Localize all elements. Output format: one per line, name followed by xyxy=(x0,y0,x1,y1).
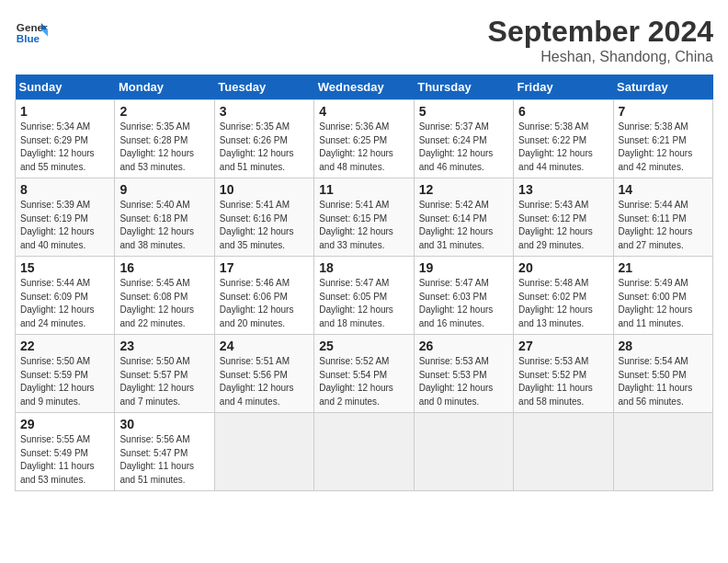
table-row: 3 Sunrise: 5:35 AMSunset: 6:26 PMDayligh… xyxy=(214,100,313,178)
day-info: Sunrise: 5:47 AMSunset: 6:03 PMDaylight:… xyxy=(419,277,508,330)
day-number: 9 xyxy=(119,182,209,197)
day-number: 21 xyxy=(619,260,708,275)
day-info: Sunrise: 5:39 AMSunset: 6:19 PMDaylight:… xyxy=(20,199,109,252)
day-number: 6 xyxy=(518,104,608,119)
day-info: Sunrise: 5:36 AMSunset: 6:25 PMDaylight:… xyxy=(319,121,408,174)
table-row: 21 Sunrise: 5:49 AMSunset: 6:00 PMDaylig… xyxy=(613,257,712,335)
day-number: 1 xyxy=(20,104,109,119)
day-info: Sunrise: 5:46 AMSunset: 6:06 PMDaylight:… xyxy=(220,277,309,330)
table-row xyxy=(214,413,313,491)
calendar-week-row: 22 Sunrise: 5:50 AMSunset: 5:59 PMDaylig… xyxy=(16,335,713,413)
table-row: 5 Sunrise: 5:37 AMSunset: 6:24 PMDayligh… xyxy=(414,100,513,178)
table-row: 29 Sunrise: 5:55 AMSunset: 5:49 PMDaylig… xyxy=(16,413,115,491)
calendar-week-row: 15 Sunrise: 5:44 AMSunset: 6:09 PMDaylig… xyxy=(16,257,713,335)
page-header: General Blue September 2024 Heshan, Shan… xyxy=(15,15,713,65)
table-row: 30 Sunrise: 5:56 AMSunset: 5:47 PMDaylig… xyxy=(115,413,214,491)
table-row: 27 Sunrise: 5:53 AMSunset: 5:52 PMDaylig… xyxy=(514,335,613,413)
day-info: Sunrise: 5:45 AMSunset: 6:08 PMDaylight:… xyxy=(119,277,209,330)
table-row: 14 Sunrise: 5:44 AMSunset: 6:11 PMDaylig… xyxy=(613,178,712,257)
day-info: Sunrise: 5:53 AMSunset: 5:53 PMDaylight:… xyxy=(419,355,508,408)
day-info: Sunrise: 5:35 AMSunset: 6:26 PMDaylight:… xyxy=(220,121,309,174)
day-number: 28 xyxy=(619,339,708,353)
day-number: 26 xyxy=(419,339,508,353)
table-row: 7 Sunrise: 5:38 AMSunset: 6:21 PMDayligh… xyxy=(613,100,712,178)
day-number: 8 xyxy=(20,182,109,197)
day-info: Sunrise: 5:51 AMSunset: 5:56 PMDaylight:… xyxy=(220,355,309,408)
table-row: 2 Sunrise: 5:35 AMSunset: 6:28 PMDayligh… xyxy=(115,100,214,178)
day-number: 18 xyxy=(319,260,408,275)
day-number: 14 xyxy=(619,182,708,197)
table-row: 4 Sunrise: 5:36 AMSunset: 6:25 PMDayligh… xyxy=(314,100,414,178)
day-info: Sunrise: 5:49 AMSunset: 6:00 PMDaylight:… xyxy=(619,277,708,330)
header-tuesday: Tuesday xyxy=(214,75,313,100)
day-number: 23 xyxy=(119,339,209,353)
day-number: 25 xyxy=(319,339,408,353)
day-number: 7 xyxy=(619,104,708,119)
day-number: 4 xyxy=(319,104,408,119)
table-row: 25 Sunrise: 5:52 AMSunset: 5:54 PMDaylig… xyxy=(314,335,414,413)
table-row: 10 Sunrise: 5:41 AMSunset: 6:16 PMDaylig… xyxy=(214,178,313,257)
day-info: Sunrise: 5:48 AMSunset: 6:02 PMDaylight:… xyxy=(518,277,608,330)
day-number: 22 xyxy=(20,339,109,353)
day-info: Sunrise: 5:56 AMSunset: 5:47 PMDaylight:… xyxy=(119,433,209,487)
title-block: September 2024 Heshan, Shandong, China xyxy=(488,15,713,65)
logo: General Blue xyxy=(15,15,48,48)
header-thursday: Thursday xyxy=(414,75,513,100)
table-row: 22 Sunrise: 5:50 AMSunset: 5:59 PMDaylig… xyxy=(16,335,115,413)
table-row xyxy=(414,413,513,491)
day-info: Sunrise: 5:44 AMSunset: 6:11 PMDaylight:… xyxy=(619,199,708,252)
table-row: 15 Sunrise: 5:44 AMSunset: 6:09 PMDaylig… xyxy=(16,257,115,335)
day-number: 3 xyxy=(220,104,309,119)
day-info: Sunrise: 5:41 AMSunset: 6:15 PMDaylight:… xyxy=(319,199,408,252)
day-number: 19 xyxy=(419,260,508,275)
table-row: 9 Sunrise: 5:40 AMSunset: 6:18 PMDayligh… xyxy=(115,178,214,257)
day-info: Sunrise: 5:37 AMSunset: 6:24 PMDaylight:… xyxy=(419,121,508,174)
month-year-title: September 2024 xyxy=(488,15,713,49)
day-number: 29 xyxy=(20,417,109,431)
table-row: 28 Sunrise: 5:54 AMSunset: 5:50 PMDaylig… xyxy=(613,335,712,413)
table-row: 6 Sunrise: 5:38 AMSunset: 6:22 PMDayligh… xyxy=(514,100,613,178)
day-info: Sunrise: 5:34 AMSunset: 6:29 PMDaylight:… xyxy=(20,121,109,174)
calendar-week-row: 8 Sunrise: 5:39 AMSunset: 6:19 PMDayligh… xyxy=(16,178,713,257)
table-row: 26 Sunrise: 5:53 AMSunset: 5:53 PMDaylig… xyxy=(414,335,513,413)
day-number: 11 xyxy=(319,182,408,197)
day-number: 12 xyxy=(419,182,508,197)
header-wednesday: Wednesday xyxy=(314,75,414,100)
table-row: 23 Sunrise: 5:50 AMSunset: 5:57 PMDaylig… xyxy=(115,335,214,413)
day-info: Sunrise: 5:38 AMSunset: 6:22 PMDaylight:… xyxy=(518,121,608,174)
day-info: Sunrise: 5:43 AMSunset: 6:12 PMDaylight:… xyxy=(518,199,608,252)
day-info: Sunrise: 5:44 AMSunset: 6:09 PMDaylight:… xyxy=(20,277,109,330)
day-number: 27 xyxy=(518,339,608,353)
day-number: 16 xyxy=(119,260,209,275)
table-row xyxy=(613,413,712,491)
table-row: 19 Sunrise: 5:47 AMSunset: 6:03 PMDaylig… xyxy=(414,257,513,335)
header-friday: Friday xyxy=(514,75,613,100)
day-number: 24 xyxy=(220,339,309,353)
day-number: 15 xyxy=(20,260,109,275)
calendar-body: 1 Sunrise: 5:34 AMSunset: 6:29 PMDayligh… xyxy=(16,100,713,491)
day-number: 10 xyxy=(220,182,309,197)
table-row: 11 Sunrise: 5:41 AMSunset: 6:15 PMDaylig… xyxy=(314,178,414,257)
table-row: 17 Sunrise: 5:46 AMSunset: 6:06 PMDaylig… xyxy=(214,257,313,335)
day-number: 5 xyxy=(419,104,508,119)
svg-text:Blue: Blue xyxy=(17,32,40,44)
location-subtitle: Heshan, Shandong, China xyxy=(488,49,713,65)
calendar-table: Sunday Monday Tuesday Wednesday Thursday… xyxy=(15,75,713,491)
table-row xyxy=(314,413,414,491)
day-number: 13 xyxy=(518,182,608,197)
day-info: Sunrise: 5:50 AMSunset: 5:59 PMDaylight:… xyxy=(20,355,109,408)
day-number: 30 xyxy=(119,417,209,431)
day-info: Sunrise: 5:47 AMSunset: 6:05 PMDaylight:… xyxy=(319,277,408,330)
day-info: Sunrise: 5:42 AMSunset: 6:14 PMDaylight:… xyxy=(419,199,508,252)
table-row: 20 Sunrise: 5:48 AMSunset: 6:02 PMDaylig… xyxy=(514,257,613,335)
day-info: Sunrise: 5:50 AMSunset: 5:57 PMDaylight:… xyxy=(119,355,209,408)
day-info: Sunrise: 5:53 AMSunset: 5:52 PMDaylight:… xyxy=(518,355,608,408)
day-info: Sunrise: 5:38 AMSunset: 6:21 PMDaylight:… xyxy=(619,121,708,174)
header-saturday: Saturday xyxy=(613,75,712,100)
table-row xyxy=(514,413,613,491)
calendar-week-row: 1 Sunrise: 5:34 AMSunset: 6:29 PMDayligh… xyxy=(16,100,713,178)
day-info: Sunrise: 5:55 AMSunset: 5:49 PMDaylight:… xyxy=(20,433,109,487)
header-sunday: Sunday xyxy=(16,75,115,100)
table-row: 12 Sunrise: 5:42 AMSunset: 6:14 PMDaylig… xyxy=(414,178,513,257)
day-number: 17 xyxy=(220,260,309,275)
